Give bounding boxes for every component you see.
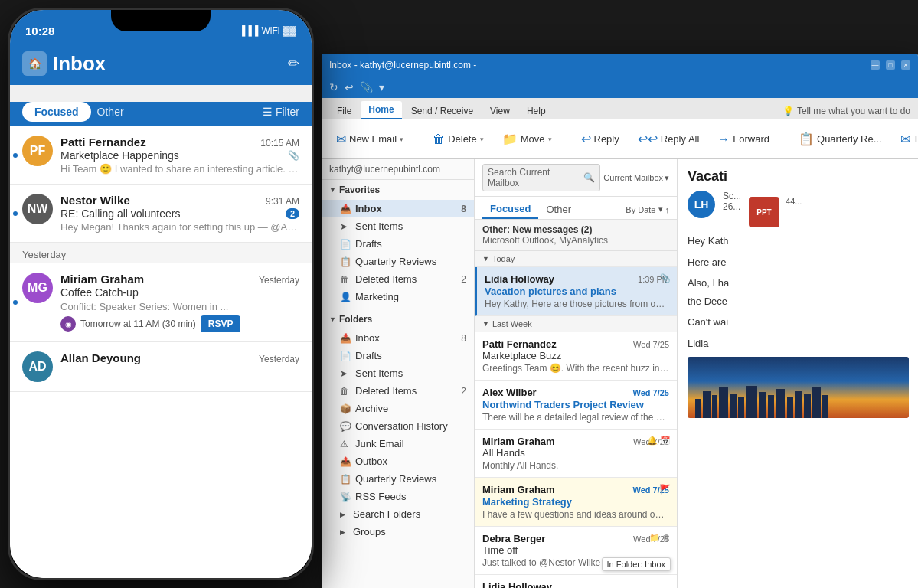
other-tab[interactable]: Other — [538, 201, 579, 218]
email-subject: RE: Calling all volunteers — [60, 207, 180, 220]
sidebar-item-sent[interactable]: ➤ Sent Items — [322, 217, 474, 235]
wifi-icon: WiFi — [262, 25, 280, 36]
last-week-label: Last Week — [492, 319, 532, 328]
folder-junk-label: Junk Email — [355, 438, 404, 449]
email-item-miriam-allhands[interactable]: Miriam Graham Wed 7/25 All Hands Monthly… — [475, 430, 677, 478]
titlebar-controls: — □ × — [871, 60, 910, 70]
forward-button[interactable]: → Forward — [711, 129, 776, 150]
sender-name: Patti Fernandez — [60, 136, 146, 149]
focused-other-tabs: Focused Other By Date ▾ ↑ — [475, 197, 677, 220]
email-notification[interactable]: Other: New messages (2) Microsoft Outloo… — [475, 220, 677, 251]
list-item[interactable]: MG Miriam Graham Yesterday Coffee Catch-… — [10, 263, 312, 342]
phone-other-tab[interactable]: Other — [97, 106, 124, 118]
email-item-patti[interactable]: Patti Fernandez Wed 7/25 Marketplace Buz… — [475, 332, 677, 381]
email-preview: Hey Megan! Thanks again for setting this… — [60, 221, 299, 233]
sidebar-item-quarterly[interactable]: 📋 Quarterly Reviews — [322, 253, 474, 270]
calendar-icon: 📅 — [660, 436, 671, 446]
sort-options[interactable]: By Date ▾ ↑ — [626, 204, 669, 214]
reply-all-button[interactable]: ↩↩ Reply All — [631, 128, 707, 150]
folder-outbox[interactable]: 📤 Outbox — [322, 452, 474, 470]
today-arrow: ▼ — [482, 255, 489, 263]
folder-sent[interactable]: ➤ Sent Items — [322, 364, 474, 382]
folder-indicator-icon: 📁 — [649, 533, 660, 543]
move-button[interactable]: 📁 Move ▾ — [495, 128, 559, 150]
phone-filter-right[interactable]: ☰ Filter — [263, 106, 299, 118]
svg-rect-1 — [703, 391, 711, 418]
email-time: Wed 7/25 — [633, 388, 670, 397]
tab-file[interactable]: File — [329, 103, 359, 119]
minimize-button[interactable]: — — [871, 60, 880, 70]
toolbar-caret[interactable]: ▾ — [379, 81, 384, 93]
rsvp-button[interactable]: RSVP — [201, 315, 241, 332]
quarterly-review-button[interactable]: 📋 Quarterly Re... — [792, 128, 889, 150]
favorites-header[interactable]: ▼ Favorites — [322, 180, 474, 200]
outlook-sidebar: kathyt@lucernepubintl.com ▼ Favorites 📥 … — [322, 159, 475, 588]
folder-rss-label: RSS Feeds — [355, 491, 406, 502]
folder-rss[interactable]: 📡 RSS Feeds — [322, 488, 474, 505]
close-button[interactable]: × — [901, 60, 910, 70]
list-item[interactable]: AD Allan Deyoung Yesterday — [10, 342, 312, 392]
sidebar-item-drafts[interactable]: 📄 Drafts — [322, 235, 474, 253]
sent-label: Sent Items — [355, 220, 403, 232]
phone-header-left: 🏠 Inbox — [22, 51, 106, 76]
tell-me-text: Tell me what you want to do — [797, 106, 910, 116]
phone-focused-tab[interactable]: Focused — [22, 102, 91, 122]
email-item-miriam-marketing[interactable]: Miriam Graham Wed 7/25 Marketing Strateg… — [475, 478, 677, 527]
folder-sent-icon: ➤ — [340, 368, 351, 379]
folder-junk[interactable]: ⚠ Junk Email — [322, 435, 474, 452]
delete-button[interactable]: 🗑 Delete ▾ — [426, 129, 491, 150]
folder-conversation[interactable]: 💬 Conversation History — [322, 417, 474, 435]
undo-icon[interactable]: ↩ — [345, 81, 354, 93]
reading-pane-from: LH Sc... 26... PPT 44... — [688, 191, 909, 227]
email-icons: 🚩 — [659, 484, 671, 495]
reply-button[interactable]: ↩ Reply — [574, 128, 626, 150]
sidebar-item-deleted[interactable]: 🗑 Deleted Items 2 — [322, 270, 474, 288]
tab-home[interactable]: Home — [361, 101, 401, 119]
deleted-badge: 2 — [461, 274, 466, 285]
folder-deleted[interactable]: 🗑 Deleted Items 2 — [322, 382, 474, 400]
move-caret: ▾ — [548, 136, 552, 143]
sync-icon[interactable]: ↻ — [329, 81, 338, 93]
maximize-button[interactable]: □ — [886, 60, 895, 70]
folders-header[interactable]: ▼ Folders — [322, 309, 474, 329]
list-item[interactable]: PF Patti Fernandez 10:15 AM Marketplace … — [10, 126, 312, 185]
flag-icon: 🚩 — [659, 484, 671, 495]
to-manager-button[interactable]: ✉ To Manager — [893, 128, 918, 150]
mailbox-dropdown[interactable]: Current Mailbox ▾ — [603, 173, 669, 183]
search-folders-label: Search Folders — [353, 508, 420, 520]
email-item-alex[interactable]: Alex Wilber Wed 7/25 Northwind Traders P… — [475, 381, 677, 430]
list-item[interactable]: NW Nestor Wilke 9:31 AM RE: Calling all … — [10, 185, 312, 243]
folder-quarterly[interactable]: 📋 Quarterly Reviews — [322, 470, 474, 488]
folder-search[interactable]: ▶ Search Folders — [322, 505, 474, 523]
folders-arrow: ▼ — [329, 315, 336, 323]
new-email-button[interactable]: ✉ New Email ▾ — [329, 128, 410, 150]
avatar: MG — [22, 273, 53, 303]
search-box[interactable]: Search Current Mailbox 🔍 — [482, 164, 600, 191]
filter-label: Filter — [276, 106, 299, 118]
event-icon: ◉ — [60, 316, 76, 332]
email-item-debra[interactable]: Debra Berger Wed 7/25 Time off Just talk… — [475, 527, 677, 575]
email-item-lidia-today[interactable]: Lidia Holloway 1:39 PM Vacation pictures… — [475, 267, 677, 316]
folder-archive[interactable]: 📦 Archive — [322, 400, 474, 417]
svg-rect-6 — [746, 386, 757, 418]
email-item-lidia-bottom[interactable]: Lidia Holloway — [475, 575, 677, 588]
folder-drafts[interactable]: 📄 Drafts — [322, 347, 474, 364]
tab-send-receive[interactable]: Send / Receive — [403, 103, 481, 119]
outlook-window: Inbox - kathyt@lucernepubintl.com - — □ … — [322, 54, 918, 588]
sort-label: By Date — [626, 205, 655, 214]
inbox-icon: 📥 — [340, 204, 351, 214]
sidebar-item-inbox[interactable]: 📥 Inbox 8 — [322, 200, 474, 217]
tell-me-box[interactable]: 💡 Tell me what you want to do — [782, 106, 910, 119]
groups-item[interactable]: ▶ Groups — [322, 523, 474, 541]
folder-archive-label: Archive — [355, 403, 388, 414]
favorites-arrow: ▼ — [329, 186, 336, 194]
email-header-row: Allan Deyoung Yesterday — [60, 351, 299, 364]
compose-icon[interactable]: ✏ — [288, 55, 299, 72]
focused-tab[interactable]: Focused — [482, 200, 538, 219]
folder-inbox[interactable]: 📥 Inbox 8 — [322, 329, 474, 347]
sent-icon: ➤ — [340, 221, 351, 232]
tab-view[interactable]: View — [482, 103, 518, 119]
phone-email-list[interactable]: PF Patti Fernandez 10:15 AM Marketplace … — [10, 126, 312, 578]
tab-help[interactable]: Help — [519, 103, 554, 119]
sidebar-item-marketing[interactable]: 👤 Marketing — [322, 288, 474, 305]
